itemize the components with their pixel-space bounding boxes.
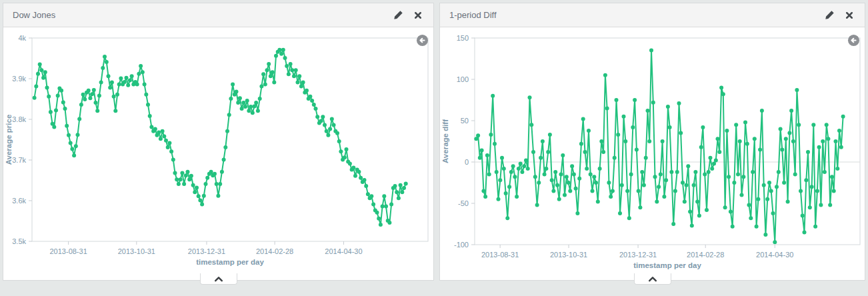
data-points[interactable] [33,48,408,227]
data-point [345,147,349,151]
data-point [686,164,690,168]
data-point [187,177,191,181]
data-point [36,72,40,76]
data-point [618,211,622,215]
data-point [832,189,836,193]
data-point [483,195,487,199]
data-point [321,115,325,119]
data-point [77,117,81,121]
y-axis: 4k3.9k3.8k3.7k3.6k3.5k [12,34,32,245]
panel-header[interactable]: Dow Jones [3,3,433,27]
data-point [189,174,193,178]
data-point [353,174,357,178]
back-button[interactable] [416,34,429,47]
data-point [653,175,657,179]
dashboard: { "page": { "background_color": "#e5e8e8… [0,0,868,296]
data-point [771,211,775,215]
data-point [65,124,69,128]
data-point [191,183,195,187]
data-point [561,153,565,157]
data-point [497,197,501,201]
close-panel-button[interactable] [843,9,855,21]
data-point [397,196,401,200]
data-point [640,170,644,174]
data-point [205,176,209,180]
data-point [548,133,552,137]
data-point [841,115,845,119]
data-point [707,170,711,174]
data-point [541,139,545,143]
y-tick-label: 50 [461,117,469,125]
data-point [550,178,554,182]
data-point [784,137,788,141]
data-point [236,101,240,105]
data-point [657,185,661,189]
data-point [323,123,327,127]
data-point [299,85,303,89]
data-point [587,129,591,133]
data-point [209,170,213,174]
data-point [491,94,495,98]
edit-panel-button[interactable] [392,9,404,21]
data-point [399,183,403,187]
data-point [773,240,777,244]
data-point [56,94,60,98]
back-button[interactable] [847,34,860,47]
data-point [743,121,747,125]
diff-chart-canvas[interactable]: 150100500-50-1002013-08-312013-10-312013… [440,27,865,280]
data-point [577,177,581,181]
x-axis: 2013-08-312013-10-312013-12-312014-02-28… [481,245,793,259]
data-point [487,173,491,177]
data-point [622,115,626,119]
data-point [705,208,709,212]
data-point [74,144,78,148]
panel-header[interactable]: 1-period Diff [440,3,865,27]
data-point [240,107,244,111]
data-point [95,109,99,113]
data-point [227,113,231,117]
data-point [495,170,499,174]
data-point [337,139,341,143]
data-point [215,182,219,186]
data-point [789,109,793,113]
data-point [572,173,576,177]
data-point [269,74,273,78]
data-point [45,85,49,89]
collapse-panel-button[interactable] [200,273,237,285]
data-point [509,170,513,174]
data-point [238,96,242,100]
data-point [184,173,188,177]
data-point [574,187,578,191]
data-point [837,129,841,133]
data-point [94,101,98,105]
data-point [369,194,373,198]
data-point [701,125,705,129]
collapse-panel-button[interactable] [634,273,671,285]
data-point [613,156,617,160]
data-point [292,74,296,78]
panel-title: Dow Jones [13,10,384,20]
data-point [267,62,271,66]
data-point [551,189,555,193]
data-point [69,141,73,145]
data-point [625,189,629,193]
data-point [727,175,731,179]
data-point [103,55,107,59]
data-point [297,74,301,78]
data-point [220,170,224,174]
data-point [167,141,171,145]
y-tick-label: 3.6k [12,197,26,205]
data-point [249,105,253,109]
data-point [218,182,222,186]
data-point [589,173,593,177]
data-point [130,74,134,78]
dow-jones-chart-canvas[interactable]: 4k3.9k3.8k3.7k3.6k3.5k2013-08-312013-10-… [3,27,433,280]
panel-1-period-diff: 1-period Diff 150100500-50-1002013-08-31… [439,3,865,281]
close-panel-button[interactable] [412,9,424,21]
x-axis-title: timestamp per day [196,258,264,266]
data-point [179,177,183,181]
data-point [79,103,83,107]
data-point [223,145,227,149]
edit-panel-button[interactable] [823,9,835,21]
data-point [164,139,168,143]
